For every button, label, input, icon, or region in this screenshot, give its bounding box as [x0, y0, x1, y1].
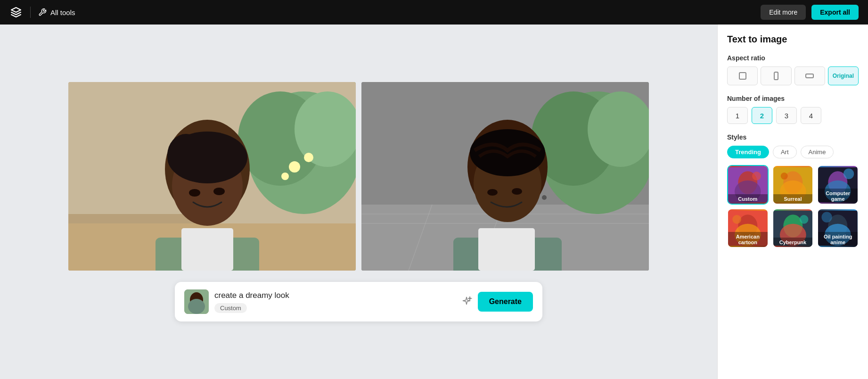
prompt-actions: Generate [461, 292, 533, 312]
style-card-american-cartoon[interactable]: American cartoon [727, 208, 769, 248]
canvas-area: create a dreamy look Custom Generate [0, 25, 717, 379]
prompt-bar: create a dreamy look Custom Generate [175, 282, 542, 321]
prompt-thumbnail [184, 289, 209, 314]
topbar: All tools Edit more Export all [0, 0, 868, 25]
num-4-button[interactable]: 4 [801, 107, 821, 124]
ar-square-button[interactable] [727, 66, 758, 85]
svg-rect-40 [806, 74, 813, 78]
ar-original-label: Original [833, 73, 854, 79]
right-panel: Text to image Aspect ratio Original Numb… [717, 25, 868, 379]
capcut-logo[interactable] [9, 6, 23, 19]
svg-rect-38 [739, 73, 746, 79]
prompt-style-tag[interactable]: Custom [214, 303, 247, 313]
tab-trending[interactable]: Trending [727, 146, 769, 158]
num-images-label: Number of images [727, 95, 859, 102]
topbar-left: All tools [9, 6, 75, 19]
style-card-american-cartoon-label: American cartoon [728, 232, 768, 247]
styles-label: Styles [727, 133, 859, 141]
svg-point-37 [188, 299, 205, 314]
svg-rect-31 [478, 228, 535, 271]
generate-button[interactable]: Generate [478, 292, 533, 312]
svg-point-44 [752, 172, 761, 181]
ar-landscape-button[interactable] [794, 66, 825, 85]
style-card-oil-painting-anime-label: Oil painting anime [818, 232, 858, 247]
svg-rect-39 [774, 72, 778, 80]
topbar-divider [30, 7, 31, 18]
panel-title: Text to image [727, 34, 859, 45]
svg-point-33 [512, 188, 522, 195]
style-tabs: Trending Art Anime [727, 146, 859, 158]
tab-art[interactable]: Art [773, 146, 797, 158]
export-all-button[interactable]: Export all [811, 5, 859, 20]
svg-point-64 [822, 212, 832, 222]
generated-images-row [68, 82, 649, 271]
style-card-computer-game[interactable]: Computer game [817, 165, 859, 205]
style-card-custom[interactable]: Custom [727, 165, 769, 205]
num-1-button[interactable]: 1 [727, 107, 748, 124]
aspect-ratio-label: Aspect ratio [727, 54, 859, 62]
ar-original-button[interactable]: Original [828, 66, 859, 85]
style-card-cyberpunk[interactable]: Cyberpunk [772, 208, 814, 248]
svg-point-32 [487, 189, 498, 196]
sparkle-button[interactable] [461, 296, 472, 307]
svg-point-12 [167, 134, 205, 176]
prompt-content: create a dreamy look Custom [214, 291, 455, 313]
style-card-oil-painting-anime[interactable]: Oil painting anime [817, 208, 859, 248]
num-2-button[interactable]: 2 [752, 107, 772, 124]
svg-point-48 [780, 173, 787, 180]
generated-image-right[interactable] [361, 82, 649, 271]
all-tools-button[interactable]: All tools [38, 8, 75, 16]
svg-point-16 [213, 188, 225, 195]
svg-point-7 [304, 153, 313, 162]
prompt-text: create a dreamy look [214, 291, 455, 300]
style-grid: Custom Surreal [727, 165, 859, 248]
svg-rect-14 [181, 228, 233, 271]
num-images-row: 1 2 3 4 [727, 107, 859, 124]
topbar-right: Edit more Export all [761, 5, 859, 20]
style-card-computer-game-label: Computer game [818, 189, 858, 204]
ar-portrait-button[interactable] [761, 66, 791, 85]
style-card-surreal[interactable]: Surreal [772, 165, 814, 205]
svg-point-60 [799, 215, 808, 224]
svg-point-34 [542, 195, 547, 200]
num-3-button[interactable]: 3 [776, 107, 797, 124]
style-card-custom-label: Custom [728, 194, 768, 204]
all-tools-label: All tools [50, 8, 75, 16]
main-content: create a dreamy look Custom Generate Tex… [0, 25, 868, 379]
edit-more-button[interactable]: Edit more [761, 5, 806, 20]
generated-image-left[interactable] [68, 82, 356, 271]
svg-point-52 [843, 169, 854, 179]
svg-point-8 [281, 173, 289, 180]
aspect-ratio-grid: Original [727, 66, 859, 85]
style-card-surreal-label: Surreal [773, 194, 813, 204]
tab-anime[interactable]: Anime [801, 146, 834, 158]
svg-point-6 [289, 161, 300, 173]
svg-point-56 [732, 215, 741, 224]
svg-point-15 [189, 189, 200, 197]
style-card-cyberpunk-label: Cyberpunk [773, 238, 813, 247]
